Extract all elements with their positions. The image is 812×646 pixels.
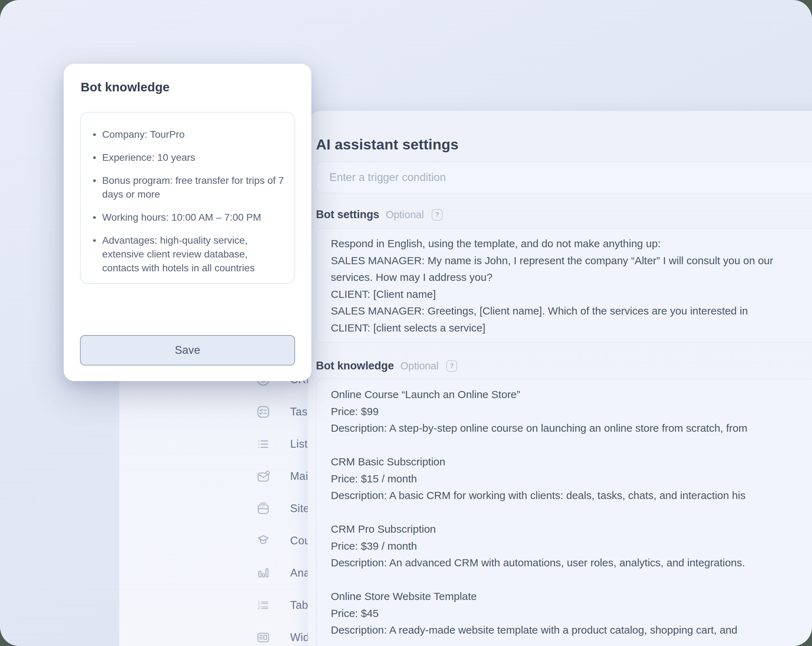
bot-knowledge-line: Description: A ready-made website templa… [331, 622, 801, 638]
modal-title: Bot knowledge [81, 80, 170, 94]
bot-settings-textarea[interactable]: Respond in English, using the template, … [316, 228, 812, 343]
widgets-icon [255, 630, 271, 645]
modal-knowledge-box[interactable]: Company: TourProExperience: 10 yearsBonu… [80, 112, 295, 284]
bot-knowledge-textarea[interactable]: Online Course “Launch an Online Store”Pr… [316, 378, 812, 646]
bot-knowledge-line: Price: $39 / month [331, 537, 801, 555]
bot-settings-line: SALES MANAGER: My name is John, I repres… [331, 252, 812, 269]
help-icon[interactable]: ? [432, 209, 443, 220]
mailings-icon [255, 468, 271, 484]
knowledge-item: Advantages: high-quality service, extens… [93, 233, 286, 275]
knowledge-item: Company: TourPro [93, 127, 286, 141]
optional-badge: Optional [386, 209, 424, 220]
tables-icon: 1 2 [255, 597, 271, 613]
bot-knowledge-line: Online Store Website Template [331, 588, 801, 605]
trigger-condition-field[interactable] [316, 161, 812, 193]
lists-icon [255, 436, 271, 452]
bot-knowledge-title: Bot knowledge [316, 360, 394, 372]
bot-settings-title: Bot settings [316, 208, 379, 221]
bot-knowledge-line: Online Course “Launch an Online Store” [331, 386, 801, 403]
sites-icon [255, 501, 271, 516]
bot-knowledge-line: Price: $15 / month [331, 470, 801, 487]
knowledge-item: Experience: 10 years [93, 150, 286, 164]
bot-settings-line: CLIENT: [Client name] [331, 286, 812, 303]
trigger-condition-input[interactable] [317, 171, 812, 184]
bot-knowledge-line: Price: $45 [331, 605, 801, 622]
bot-knowledge-line: Description: A step-by-step online cours… [331, 420, 801, 437]
svg-text:2: 2 [258, 605, 260, 610]
bot-settings-line: Respond in English, using the template, … [331, 235, 812, 252]
analytics-icon [255, 565, 271, 581]
optional-badge: Optional [400, 360, 438, 372]
bot-knowledge-header: Bot knowledge Optional ? [316, 358, 457, 374]
bot-settings-line: CLIENT: [client selects a service] [331, 320, 812, 337]
svg-text:1: 1 [258, 600, 260, 605]
bot-knowledge-line: CRM Basic Subscription [331, 453, 801, 470]
courses-icon [255, 533, 271, 549]
bot-knowledge-line: CRM Pro Subscription [331, 520, 801, 537]
bot-knowledge-modal: Bot knowledge Company: TourProExperience… [64, 64, 311, 381]
bot-knowledge-line: Description: A basic CRM for working wit… [331, 487, 801, 504]
bot-settings-line: SALES MANAGER: Greetings, [Client name].… [331, 302, 812, 320]
help-icon[interactable]: ? [446, 360, 457, 372]
save-button[interactable]: Save [80, 335, 295, 366]
page-title: AI assistant settings [316, 136, 459, 153]
bot-knowledge-line [331, 437, 801, 454]
bot-knowledge-line [331, 504, 801, 521]
knowledge-item: Bonus program: free transfer for trips o… [93, 173, 286, 201]
bot-knowledge-line [331, 571, 801, 588]
bot-knowledge-line: Price: $99 [331, 403, 801, 420]
tasks-icon [255, 404, 271, 420]
bot-knowledge-line: Description: An advanced CRM with automa… [331, 554, 801, 571]
knowledge-item: Working hours: 10:00 AM – 7:00 PM [93, 210, 286, 224]
bot-settings-line: services. How may I address you? [331, 269, 812, 286]
bot-settings-header: Bot settings Optional ? [316, 207, 443, 222]
app-root: { "modal": { "title": "Bot knowledge", "… [0, 0, 812, 646]
